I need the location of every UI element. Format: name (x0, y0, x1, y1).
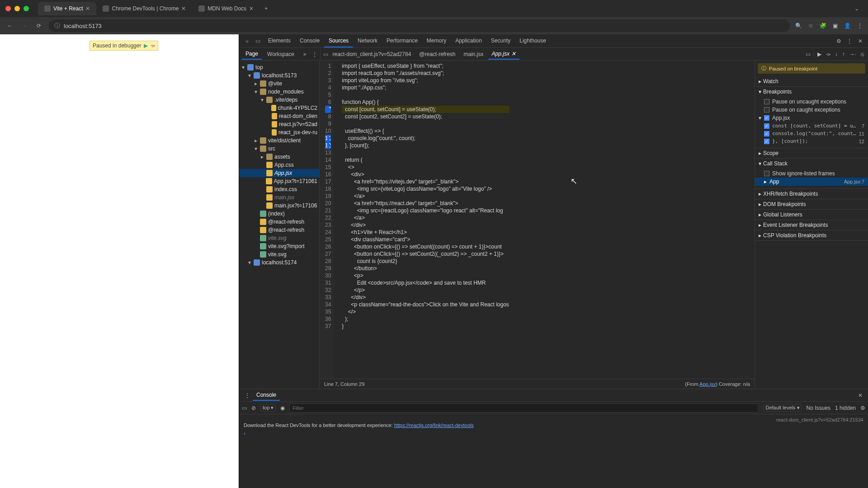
file-tab[interactable]: react-dom_client.js?v=52ad2784 (329, 49, 415, 59)
file-tree-node[interactable]: ▸@vite (239, 80, 319, 88)
devtools-tab-security[interactable]: Security (486, 35, 515, 47)
devtools-tab-application[interactable]: Application (451, 35, 486, 47)
breakpoint-item[interactable]: console.log("count:", count);11 (755, 130, 868, 137)
tab-close-icon[interactable]: ✕ (85, 5, 90, 12)
file-tree-node[interactable]: react_jsx-dev-ru (239, 128, 319, 136)
source-link[interactable]: App.jsx (699, 381, 716, 387)
gutter-line[interactable]: 3 (325, 77, 331, 84)
gutter-line[interactable]: 14 (325, 156, 331, 164)
file-tree-node[interactable]: index.css (239, 185, 319, 193)
file-tree-node[interactable]: ▾localhost:5173 (239, 71, 319, 80)
devtools-menu-icon[interactable]: ⋮ (844, 38, 854, 44)
code-line[interactable]: </a> (342, 214, 509, 221)
gutter-line[interactable]: 17 (325, 178, 331, 185)
code-line[interactable]: </p> (342, 286, 509, 294)
gutter-line[interactable]: 12 (325, 142, 331, 149)
code-line[interactable]: </div> (342, 221, 509, 229)
code-line[interactable]: </a> (342, 192, 509, 200)
gutter-line[interactable]: 21 (325, 207, 331, 214)
event-listener-bp-section[interactable]: ▸ Event Listener Breakpoints (755, 220, 868, 230)
inspect-element-icon[interactable]: ⟐ (242, 38, 252, 44)
file-tree-node[interactable]: react.js?v=52ad (239, 120, 319, 128)
devtools-tab-sources[interactable]: Sources (324, 35, 353, 47)
csp-violation-bp-section[interactable]: ▸ CSP Violation Breakpoints (755, 230, 868, 240)
code-line[interactable]: import viteLogo from "/vite.svg"; (342, 77, 509, 84)
code-line[interactable]: <img src={reactLogo} className="logo rea… (342, 207, 509, 214)
code-line[interactable]: <div> (342, 171, 509, 178)
code-line[interactable]: useEffect(() => { (342, 127, 509, 135)
code-line[interactable]: </button> (342, 265, 509, 272)
devtools-settings-icon[interactable]: ⚙ (834, 38, 844, 44)
code-line[interactable]: </> (342, 308, 509, 315)
code-line[interactable]: import "./App.css"; (342, 84, 509, 91)
device-toolbar-icon[interactable]: ▭ (253, 38, 263, 44)
code-line[interactable] (342, 120, 509, 127)
code-line[interactable]: count is {count2} (342, 258, 509, 265)
gutter-line[interactable]: 24 (325, 229, 331, 236)
step-button[interactable]: →· (849, 51, 856, 57)
file-tree-node[interactable]: (index) (239, 210, 319, 218)
file-tree-node[interactable]: ▾src (239, 145, 319, 153)
gutter-line[interactable]: 6 (325, 99, 331, 106)
breakpoint-item[interactable]: const [count, setCount] = us…7 (755, 122, 868, 130)
profile-icon[interactable]: 👤 (844, 23, 851, 29)
tab-close-icon[interactable]: ✕ (181, 5, 186, 12)
code-line[interactable]: const [count, setCount] = useState(0); (342, 106, 509, 113)
sources-nav-workspace[interactable]: Workspace (264, 49, 298, 59)
file-tree-node[interactable]: vite.svg (239, 250, 319, 258)
code-line[interactable]: <button onClick={() => setCount((count) … (342, 243, 509, 250)
nav-forward-button[interactable]: → (20, 23, 29, 29)
log-levels-select[interactable]: Default levels ▾ (763, 404, 802, 412)
new-tab-button[interactable]: + (260, 4, 272, 14)
code-line[interactable]: console.log("count:", count); (342, 135, 509, 142)
file-tab-close-icon[interactable]: ✕ (511, 51, 516, 57)
code-line[interactable] (342, 149, 509, 156)
breakpoint-item[interactable]: }, [count]);12 (755, 137, 868, 145)
zoom-icon[interactable]: 🔍 (795, 23, 802, 29)
gutter-line[interactable]: 9 (325, 120, 331, 127)
gutter-line[interactable]: 2 (325, 70, 331, 77)
console-prompt[interactable]: › (244, 431, 863, 436)
toggle-navigator-icon[interactable]: ▭ (323, 51, 328, 57)
gutter-line[interactable]: 8 (325, 113, 331, 120)
code-line[interactable]: <p className="read-the-docs">Click on th… (342, 301, 509, 308)
code-line[interactable]: <p> (342, 272, 509, 279)
file-tab[interactable]: App.jsx✕ (488, 49, 519, 60)
gutter-line[interactable]: 29 (325, 265, 331, 272)
file-tree-node[interactable]: ▾top (239, 63, 319, 71)
gutter-line[interactable]: 4 (325, 84, 331, 91)
code-line[interactable]: return ( (342, 156, 509, 164)
file-tree-node[interactable]: ▾localhost:5174 (239, 258, 319, 267)
code-content[interactable]: import { useEffect, useState } from "rea… (334, 61, 509, 379)
navigator-menu-icon[interactable]: ⋮ (309, 51, 320, 57)
breakpoints-section[interactable]: ▾ Breakpoints (755, 87, 868, 97)
file-tab[interactable]: @react-refresh (415, 49, 459, 59)
sources-nav-page[interactable]: Page (242, 49, 262, 60)
code-line[interactable]: } (342, 323, 509, 330)
file-tree-node[interactable]: ▾.vite/deps (239, 96, 319, 104)
pretty-print-icon[interactable]: ▭ (806, 51, 811, 57)
gutter-line[interactable]: 28 (325, 258, 331, 265)
code-line[interactable]: </div> (342, 294, 509, 301)
live-expression-icon[interactable]: ◉ (280, 405, 285, 411)
step-into-button[interactable]: ↓ (835, 51, 838, 57)
devtools-close-icon[interactable]: ✕ (855, 38, 865, 44)
breakpoint-file[interactable]: ▾ App.jsx (755, 114, 868, 122)
drawer-close-icon[interactable]: ✕ (855, 392, 865, 399)
file-tree-node[interactable]: main.jsx (239, 193, 319, 202)
nav-reload-button[interactable]: ⟳ (34, 23, 43, 29)
gutter-line[interactable]: 37 (325, 323, 331, 330)
window-minimize-button[interactable] (14, 6, 20, 11)
gutter-line[interactable]: 16 (325, 171, 331, 178)
window-close-button[interactable] (5, 6, 11, 11)
file-tree-node[interactable]: @react-refresh (239, 226, 319, 234)
hidden-count[interactable]: 1 hidden (835, 405, 856, 411)
console-output[interactable]: react-dom_client.js?v=52ad2784:21534 Dow… (239, 414, 868, 488)
code-line[interactable]: import reactLogo from "./assets/react.sv… (342, 70, 509, 77)
gutter-line[interactable]: 34 (325, 301, 331, 308)
gutter-line[interactable]: 32 (325, 286, 331, 294)
gutter-line[interactable]: 18 (325, 185, 331, 192)
devtools-link[interactable]: https://reactjs.org/link/react-devtools (394, 422, 474, 428)
gutter-line[interactable]: 31 (325, 279, 331, 286)
gutter-line[interactable]: 23 (325, 221, 331, 229)
